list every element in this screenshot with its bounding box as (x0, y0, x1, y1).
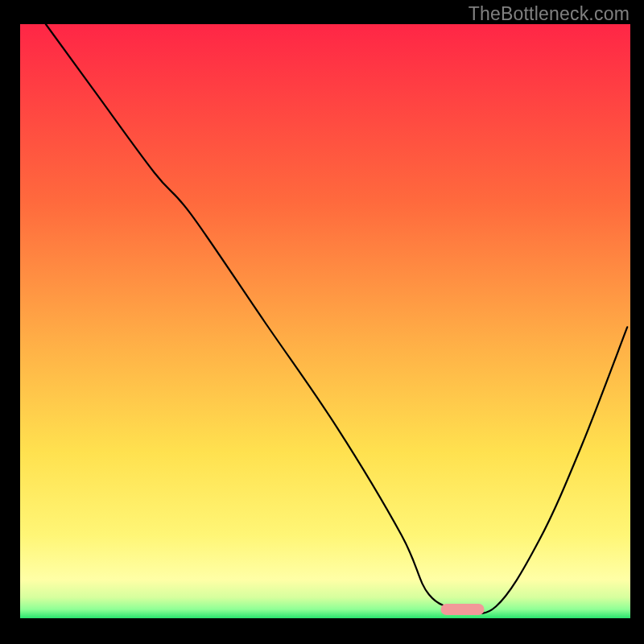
chart-frame: { "watermark": "TheBottleneck.com", "cha… (0, 0, 644, 644)
chart-svg (0, 0, 644, 644)
watermark: TheBottleneck.com (469, 3, 630, 25)
optimal-marker (441, 604, 485, 615)
